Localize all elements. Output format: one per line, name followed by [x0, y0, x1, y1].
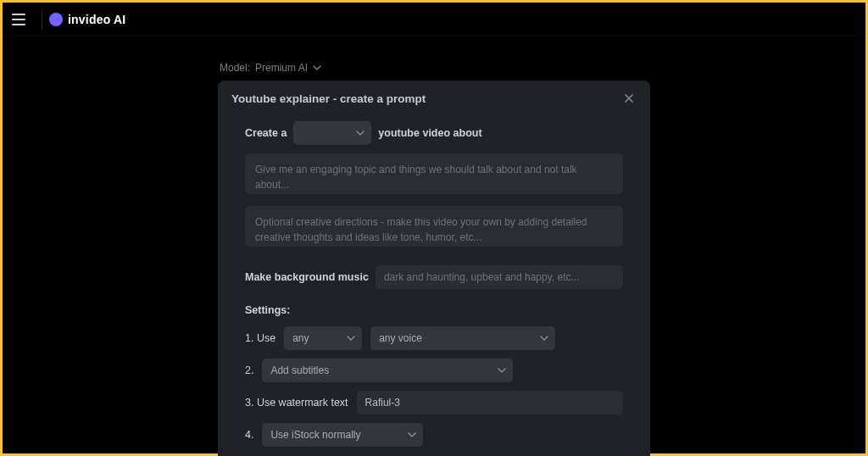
about-label: youtube video about: [378, 127, 481, 139]
create-a-label: Create a: [245, 127, 287, 139]
settings-row-3: 3. Use watermark text: [245, 391, 623, 414]
chevron-down-icon: [313, 64, 321, 72]
model-selector[interactable]: Model: Premium AI: [220, 62, 650, 74]
model-name: Premium AI: [255, 62, 308, 74]
settings-2-label: 2.: [245, 364, 253, 376]
topbar-divider: [42, 9, 42, 30]
subtitles-select[interactable]: Add subtitles: [262, 359, 513, 382]
top-bar: invideo AI: [3, 3, 865, 36]
settings-heading: Settings:: [245, 304, 623, 316]
card-header: Youtube explainer - create a prompt: [218, 81, 650, 116]
voice-select[interactable]: any voice: [370, 326, 555, 350]
close-icon[interactable]: [621, 91, 637, 106]
settings-3-label: 3. Use watermark text: [245, 397, 348, 409]
create-a-row: Create a youtube video about: [245, 121, 623, 145]
watermark-input[interactable]: [357, 391, 623, 414]
topic-textarea[interactable]: [245, 153, 623, 194]
card-title: Youtube explainer - create a prompt: [231, 92, 426, 105]
brand-name: invideo AI: [68, 13, 125, 26]
editor-wrapper: Model: Premium AI Youtube explainer - cr…: [218, 62, 650, 453]
settings-1-label: 1. Use: [245, 332, 275, 344]
app-frame: invideo AI Model: Premium AI Youtube exp…: [0, 0, 868, 456]
prompt-card: Youtube explainer - create a prompt Crea…: [218, 81, 650, 456]
stock-select[interactable]: Use iStock normally: [262, 423, 423, 447]
model-prefix: Model:: [220, 62, 250, 74]
brand[interactable]: invideo AI: [49, 13, 125, 26]
settings-row-2: 2. Add subtitles: [245, 359, 623, 382]
brand-logo-icon: [49, 13, 63, 26]
voice-gender-select[interactable]: any: [284, 326, 362, 350]
bgmusic-label: Make background music: [245, 271, 369, 283]
settings-row-4: 4. Use iStock normally: [245, 423, 623, 447]
duration-select[interactable]: [293, 121, 371, 145]
menu-hamburger-icon[interactable]: [8, 8, 30, 31]
stage: Model: Premium AI Youtube explainer - cr…: [3, 36, 865, 453]
settings-4-label: 4.: [245, 429, 253, 441]
directions-textarea[interactable]: [245, 206, 623, 247]
settings-row-1: 1. Use any any voice: [245, 326, 623, 350]
bgmusic-input[interactable]: [376, 265, 623, 289]
bgmusic-row: Make background music: [245, 265, 623, 289]
card-body: Create a youtube video about: [218, 116, 650, 456]
